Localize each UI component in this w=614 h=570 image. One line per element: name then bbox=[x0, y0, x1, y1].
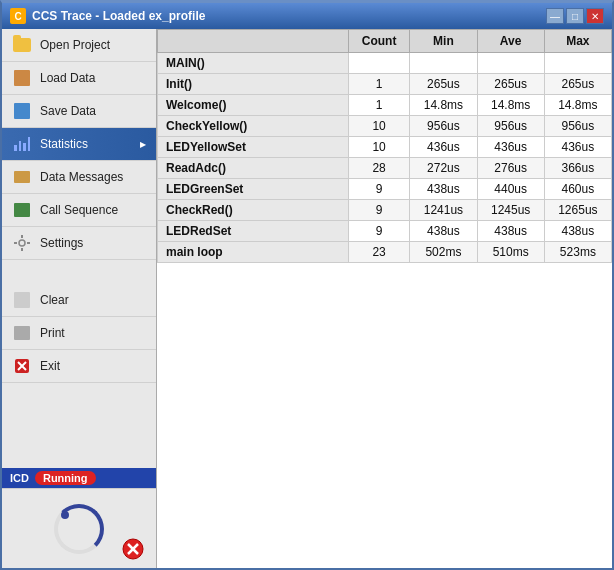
row-ave-cell: 1245us bbox=[477, 200, 544, 221]
sidebar-item-settings[interactable]: Settings bbox=[2, 227, 156, 260]
print-icon bbox=[12, 323, 32, 343]
table-row[interactable]: ReadAdc()28272us276us366us bbox=[158, 158, 612, 179]
sidebar-item-exit[interactable]: Exit bbox=[2, 350, 156, 383]
row-max-cell: 14.8ms bbox=[544, 95, 611, 116]
table-row[interactable]: Init()1265us265us265us bbox=[158, 74, 612, 95]
minimize-button[interactable]: — bbox=[546, 8, 564, 24]
row-min-cell: 956us bbox=[410, 116, 477, 137]
col-header-ave: Ave bbox=[477, 30, 544, 53]
row-name-cell: CheckRed() bbox=[158, 200, 349, 221]
sidebar-label-exit: Exit bbox=[40, 359, 60, 373]
row-ave-cell: 440us bbox=[477, 179, 544, 200]
row-count-cell bbox=[348, 53, 410, 74]
row-max-cell: 438us bbox=[544, 221, 611, 242]
stats-icon bbox=[12, 134, 32, 154]
row-max-cell: 1265us bbox=[544, 200, 611, 221]
window-title: CCS Trace - Loaded ex_profile bbox=[32, 9, 205, 23]
save-icon bbox=[12, 101, 32, 121]
sidebar-label-load-data: Load Data bbox=[40, 71, 95, 85]
sidebar-item-data-messages[interactable]: Data Messages bbox=[2, 161, 156, 194]
row-max-cell: 366us bbox=[544, 158, 611, 179]
statistics-table: Count Min Ave Max MAIN()Init()1265us265u… bbox=[157, 29, 612, 263]
col-header-max: Max bbox=[544, 30, 611, 53]
maximize-button[interactable]: □ bbox=[566, 8, 584, 24]
row-ave-cell: 956us bbox=[477, 116, 544, 137]
loading-spinner bbox=[54, 504, 104, 554]
table-row[interactable]: LEDYellowSet10436us436us436us bbox=[158, 137, 612, 158]
row-count-cell: 1 bbox=[348, 95, 410, 116]
row-count-cell: 1 bbox=[348, 74, 410, 95]
sidebar-label-save-data: Save Data bbox=[40, 104, 96, 118]
exit-icon bbox=[12, 356, 32, 376]
row-ave-cell: 14.8ms bbox=[477, 95, 544, 116]
row-ave-cell: 510ms bbox=[477, 242, 544, 263]
row-name-cell: Init() bbox=[158, 74, 349, 95]
row-ave-cell: 438us bbox=[477, 221, 544, 242]
sidebar-item-statistics[interactable]: Statistics bbox=[2, 128, 156, 161]
close-button[interactable]: ✕ bbox=[586, 8, 604, 24]
row-name-cell: main loop bbox=[158, 242, 349, 263]
svg-rect-1 bbox=[21, 235, 23, 238]
row-min-cell: 272us bbox=[410, 158, 477, 179]
sidebar-label-print: Print bbox=[40, 326, 65, 340]
icd-label: ICD bbox=[10, 472, 29, 484]
sidebar-item-call-sequence[interactable]: Call Sequence bbox=[2, 194, 156, 227]
sidebar-item-load-data[interactable]: Load Data bbox=[2, 62, 156, 95]
row-count-cell: 23 bbox=[348, 242, 410, 263]
row-name-cell: LEDYellowSet bbox=[158, 137, 349, 158]
svg-rect-4 bbox=[27, 242, 30, 244]
row-max-cell: 460us bbox=[544, 179, 611, 200]
row-ave-cell: 265us bbox=[477, 74, 544, 95]
col-header-name bbox=[158, 30, 349, 53]
title-bar-left: C CCS Trace - Loaded ex_profile bbox=[10, 8, 205, 24]
table-row[interactable]: CheckYellow()10956us956us956us bbox=[158, 116, 612, 137]
sidebar-label-call-sequence: Call Sequence bbox=[40, 203, 118, 217]
row-max-cell: 956us bbox=[544, 116, 611, 137]
row-max-cell: 265us bbox=[544, 74, 611, 95]
row-max-cell: 436us bbox=[544, 137, 611, 158]
settings-icon bbox=[12, 233, 32, 253]
table-row[interactable]: LEDGreenSet9438us440us460us bbox=[158, 179, 612, 200]
row-name-cell: Welcome() bbox=[158, 95, 349, 116]
call-sequence-icon bbox=[12, 200, 32, 220]
row-name-cell: CheckYellow() bbox=[158, 116, 349, 137]
row-ave-cell bbox=[477, 53, 544, 74]
row-name-cell: MAIN() bbox=[158, 53, 349, 74]
row-name-cell: LEDGreenSet bbox=[158, 179, 349, 200]
row-count-cell: 9 bbox=[348, 200, 410, 221]
sidebar-item-print[interactable]: Print bbox=[2, 317, 156, 350]
row-name-cell: ReadAdc() bbox=[158, 158, 349, 179]
icd-status-bar: ICD Running bbox=[2, 468, 156, 488]
sidebar-label-data-messages: Data Messages bbox=[40, 170, 123, 184]
table-row[interactable]: main loop23502ms510ms523ms bbox=[158, 242, 612, 263]
row-ave-cell: 276us bbox=[477, 158, 544, 179]
svg-rect-3 bbox=[14, 242, 17, 244]
row-name-cell: LEDRedSet bbox=[158, 221, 349, 242]
row-count-cell: 10 bbox=[348, 116, 410, 137]
row-count-cell: 9 bbox=[348, 221, 410, 242]
main-area: Count Min Ave Max MAIN()Init()1265us265u… bbox=[157, 29, 612, 568]
row-max-cell: 523ms bbox=[544, 242, 611, 263]
row-min-cell: 502ms bbox=[410, 242, 477, 263]
app-icon: C bbox=[10, 8, 26, 24]
sidebar-item-open-project[interactable]: Open Project bbox=[2, 29, 156, 62]
svg-rect-2 bbox=[21, 248, 23, 251]
table-row[interactable]: CheckRed()91241us1245us1265us bbox=[158, 200, 612, 221]
sidebar-label-clear: Clear bbox=[40, 293, 69, 307]
table-row[interactable]: LEDRedSet9438us438us438us bbox=[158, 221, 612, 242]
table-row[interactable]: MAIN() bbox=[158, 53, 612, 74]
load-icon bbox=[12, 68, 32, 88]
sidebar-label-open-project: Open Project bbox=[40, 38, 110, 52]
row-min-cell: 438us bbox=[410, 221, 477, 242]
svg-point-0 bbox=[19, 240, 25, 246]
running-badge: Running bbox=[35, 471, 96, 485]
row-min-cell: 14.8ms bbox=[410, 95, 477, 116]
sidebar-item-clear[interactable]: Clear bbox=[2, 284, 156, 317]
title-controls: — □ ✕ bbox=[546, 8, 604, 24]
sidebar-item-save-data[interactable]: Save Data bbox=[2, 95, 156, 128]
title-bar: C CCS Trace - Loaded ex_profile — □ ✕ bbox=[2, 3, 612, 29]
sidebar-divider-1 bbox=[2, 260, 156, 272]
table-row[interactable]: Welcome()114.8ms14.8ms14.8ms bbox=[158, 95, 612, 116]
stop-button[interactable] bbox=[122, 538, 144, 560]
table-header-row: Count Min Ave Max bbox=[158, 30, 612, 53]
